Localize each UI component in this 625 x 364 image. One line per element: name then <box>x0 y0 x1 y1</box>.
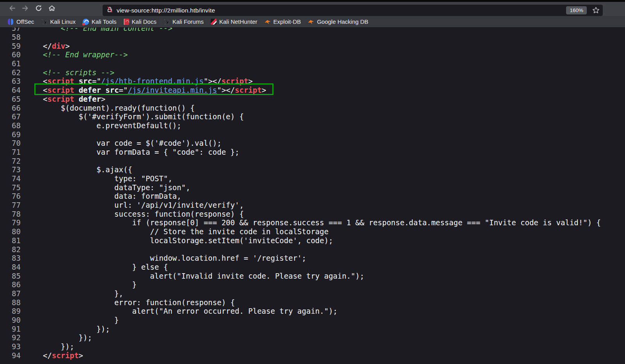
zoom-level-badge[interactable]: 160% <box>566 6 587 14</box>
bookmark-star-button[interactable] <box>592 7 600 14</box>
source-line: 70 var code = $('#code').val(); <box>12 139 625 148</box>
source-line: 64 <script defer src="/js/inviteapi.min.… <box>12 86 625 95</box>
source-line: 66 $(document).ready(function() { <box>12 104 625 113</box>
source-line: 58 <box>12 33 625 42</box>
line-number: 60 <box>12 50 25 59</box>
exploitdb-bird-icon <box>265 19 271 25</box>
line-number: 77 <box>12 201 25 209</box>
line-number: 74 <box>12 174 25 183</box>
line-number: 79 <box>12 218 25 227</box>
source-line: 76 data: formData, <box>12 192 625 201</box>
line-number: 76 <box>12 192 25 200</box>
view-source-content: 57 <!-- End main content -->58 59 </div>… <box>0 28 625 364</box>
line-number: 57 <box>12 28 25 32</box>
url-bar[interactable]: view-source:http://2million.htb/invite 1… <box>103 5 603 16</box>
line-number: 86 <box>12 280 25 289</box>
line-number: 64 <box>12 86 25 94</box>
line-number: 88 <box>12 298 25 307</box>
line-number: 83 <box>12 254 25 262</box>
source-line: 81 localStorage.setItem('inviteCode', co… <box>12 236 625 245</box>
source-line: 79 if (response[0] === 200 && response.s… <box>12 218 625 227</box>
refresh-button[interactable] <box>32 3 45 15</box>
line-number: 82 <box>12 245 25 254</box>
line-number: 84 <box>12 263 25 271</box>
source-line: 90 } <box>12 316 625 325</box>
line-number: 90 <box>12 316 25 324</box>
source-line: 65 <script defer> <box>12 95 625 104</box>
home-icon <box>48 4 56 14</box>
bookmark-offsec[interactable]: OffSec <box>4 17 38 27</box>
source-line: 72 <box>12 157 625 166</box>
bookmark-label: OffSec <box>16 18 34 25</box>
offsec-icon <box>7 19 14 25</box>
source-line: 94 </script> <box>12 351 625 360</box>
bookmark-exploit-db[interactable]: Exploit-DB <box>261 17 305 27</box>
bookmark-kali-docs[interactable]: Kali Docs <box>120 17 160 27</box>
line-number: 80 <box>12 227 25 236</box>
source-line: 60 <!-- End wrapper--> <box>12 50 625 59</box>
bookmark-kali-forums[interactable]: Kali Forums <box>160 17 207 27</box>
kali-dragon-icon <box>163 19 170 25</box>
source-line: 71 var formData = { "code": code }; <box>12 148 625 157</box>
source-line: 63 <script src="/js/htb-frontend.min.js"… <box>12 77 625 86</box>
forward-button[interactable] <box>19 3 32 15</box>
source-line: 85 alert("Invalid invite code. Please tr… <box>12 272 625 281</box>
source-line: 69 <box>12 130 625 139</box>
bookmark-google-hacking-db[interactable]: Google Hacking DB <box>304 17 372 27</box>
bookmark-kali-linux[interactable]: Kali Linux <box>38 17 79 27</box>
source-line: 86 } <box>12 280 625 289</box>
bookmark-label: Kali Docs <box>132 18 156 25</box>
home-button[interactable] <box>45 3 59 15</box>
bookmark-label: Kali Tools <box>92 18 117 25</box>
source-line: 88 error: function(response) { <box>12 298 625 307</box>
line-number: 91 <box>12 325 25 333</box>
source-line: 87 }, <box>12 289 625 298</box>
line-number: 75 <box>12 183 25 192</box>
kali-docs-icon <box>124 19 129 25</box>
insecure-lock-icon[interactable] <box>107 6 113 14</box>
url-text[interactable]: view-source:http://2million.htb/invite <box>117 7 215 14</box>
browser-toolbar: view-source:http://2million.htb/invite 1… <box>0 2 625 16</box>
source-code: 57 <!-- End main content -->58 59 </div>… <box>0 28 625 360</box>
line-number: 71 <box>12 148 25 156</box>
source-line: 84 } else { <box>12 263 625 272</box>
bookmark-kali-nethunter[interactable]: Kali NetHunter <box>207 17 261 27</box>
back-button[interactable] <box>5 3 19 15</box>
source-line: 93 }); <box>12 342 625 351</box>
kali-tools-icon <box>83 19 89 25</box>
source-line: 83 window.location.href = '/register'; <box>12 254 625 263</box>
line-number: 70 <box>12 139 25 147</box>
source-line: 75 dataType: "json", <box>12 183 625 192</box>
bookmark-label: Kali NetHunter <box>219 18 257 25</box>
refresh-icon <box>35 4 43 14</box>
source-line: 91 }); <box>12 325 625 334</box>
source-line: 59 </div> <box>12 42 625 51</box>
line-number: 89 <box>12 307 25 315</box>
source-line: 67 $('#verifyForm').submit(function(e) { <box>12 112 625 121</box>
line-number: 66 <box>12 104 25 112</box>
bookmark-kali-tools[interactable]: Kali Tools <box>79 17 120 27</box>
source-line: 77 url: '/api/v1/invite/verify', <box>12 201 625 210</box>
line-number: 81 <box>12 236 25 245</box>
exploitdb-bird-icon <box>308 19 314 25</box>
bookmarks-bar: OffSec Kali Linux Kali Tools Kali Docs K… <box>0 16 625 28</box>
line-number: 59 <box>12 42 25 50</box>
line-number: 72 <box>12 157 25 165</box>
bookmark-label: Kali Linux <box>50 18 76 25</box>
line-number: 87 <box>12 289 25 298</box>
source-line: 89 alert("An error occurred. Please try … <box>12 307 625 316</box>
source-line: 92 }); <box>12 333 625 342</box>
source-line: 57 <!-- End main content --> <box>12 28 625 33</box>
line-number: 65 <box>12 95 25 103</box>
bookmark-label: Google Hacking DB <box>317 18 368 25</box>
line-number: 61 <box>12 59 25 68</box>
bookmark-label: Kali Forums <box>172 18 204 25</box>
bookmark-label: Exploit-DB <box>273 18 301 25</box>
line-number: 78 <box>12 210 25 218</box>
source-line: 82 <box>12 245 625 254</box>
line-number: 69 <box>12 130 25 139</box>
kali-dragon-icon <box>41 19 48 25</box>
source-line: 68 e.preventDefault(); <box>12 121 625 130</box>
source-line: 74 type: "POST", <box>12 174 625 183</box>
line-number: 68 <box>12 121 25 130</box>
